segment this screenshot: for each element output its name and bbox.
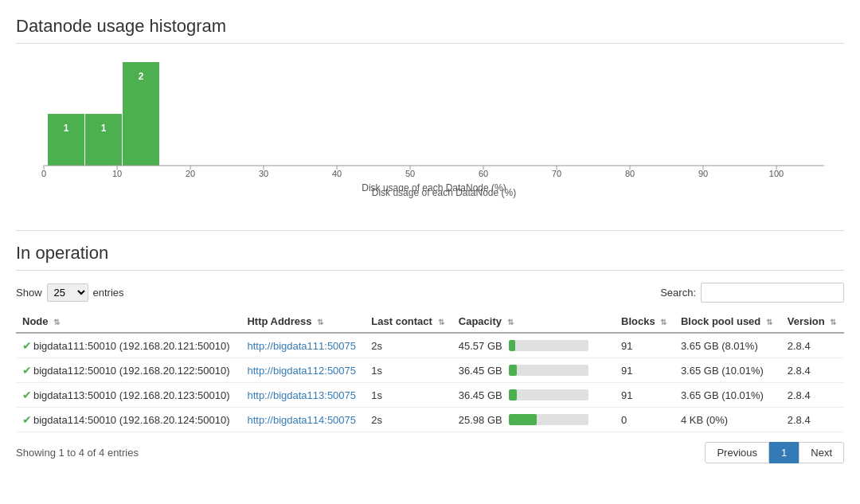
- col-block-pool-used[interactable]: Block pool used ⇅: [674, 311, 781, 333]
- x-tick-20: 20: [186, 169, 195, 178]
- show-entries-control: Show 25 10 50 100 entries: [16, 283, 124, 302]
- cell-node-3: ✔bigdata114:50010 (192.168.20.124:50010): [16, 408, 240, 432]
- capacity-bar-fill-3: [509, 414, 537, 425]
- entries-label: entries: [93, 287, 124, 299]
- http-link-3[interactable]: http://bigdata114:50075: [247, 414, 356, 426]
- in-operation-divider: [16, 270, 844, 271]
- table-row: ✔bigdata113:50010 (192.168.20.123:50010)…: [16, 383, 844, 408]
- cell-contact-2: 1s: [365, 383, 452, 408]
- capacity-cell-2: 36.45 GB: [459, 389, 608, 401]
- header-row: Node ⇅ Http Address ⇅ Last contact ⇅ Cap…: [16, 311, 844, 333]
- showing-info: Showing 1 to 4 of 4 entries: [16, 447, 139, 459]
- http-link-1[interactable]: http://bigdata112:50075: [247, 365, 356, 377]
- x-tick-40: 40: [332, 169, 342, 178]
- cell-version-2: 2.8.4: [781, 383, 844, 408]
- bar-2: [85, 114, 122, 166]
- cell-pool-2: 3.65 GB (10.01%): [674, 383, 781, 408]
- page-1-button[interactable]: 1: [769, 442, 799, 463]
- show-label: Show: [16, 287, 42, 299]
- cell-contact-0: 2s: [365, 333, 452, 358]
- x-tick-70: 70: [552, 169, 561, 178]
- capacity-cell-3: 25.98 GB: [459, 414, 608, 426]
- cell-pool-3: 4 KB (0%): [674, 408, 781, 432]
- col-capacity[interactable]: Capacity ⇅: [452, 311, 615, 333]
- x-tick-60: 60: [479, 169, 488, 178]
- datanode-table: Node ⇅ Http Address ⇅ Last contact ⇅ Cap…: [16, 311, 844, 432]
- sort-node-icon: ⇅: [53, 318, 60, 326]
- col-node[interactable]: Node ⇅: [16, 311, 240, 333]
- x-tick-30: 30: [259, 169, 268, 178]
- table-body: ✔bigdata111:50010 (192.168.20.121:50010)…: [16, 333, 844, 432]
- cell-version-1: 2.8.4: [781, 358, 844, 383]
- cell-capacity-1: 36.45 GB: [452, 358, 615, 383]
- histogram-chart: 1 1 2 0 10 20 30 40 50 60 70 80 90 100: [20, 56, 844, 198]
- cell-http-2: http://bigdata113:50075: [240, 383, 365, 408]
- sort-version-icon: ⇅: [830, 318, 836, 326]
- cell-version-3: 2.8.4: [781, 408, 844, 432]
- previous-button[interactable]: Previous: [705, 442, 769, 463]
- x-tick-10: 10: [112, 169, 122, 178]
- col-http-address[interactable]: Http Address ⇅: [240, 311, 365, 333]
- cell-node-1: ✔bigdata112:50010 (192.168.20.122:50010): [16, 358, 240, 383]
- bar-3-label: 2: [139, 71, 144, 82]
- x-tick-80: 80: [625, 169, 635, 178]
- http-link-0[interactable]: http://bigdata111:50075: [247, 340, 356, 352]
- col-version[interactable]: Version ⇅: [781, 311, 844, 333]
- capacity-bar-bg-3: [509, 414, 588, 425]
- bar-1-label: 1: [64, 123, 69, 134]
- table-row: ✔bigdata114:50010 (192.168.20.124:50010)…: [16, 408, 844, 432]
- table-header: Node ⇅ Http Address ⇅ Last contact ⇅ Cap…: [16, 311, 844, 333]
- capacity-text-3: 25.98 GB: [459, 414, 502, 426]
- bar-1: [48, 114, 84, 166]
- cell-blocks-0: 91: [615, 333, 674, 358]
- table-controls: Show 25 10 50 100 entries Search:: [16, 283, 844, 303]
- check-icon-0: ✔: [22, 339, 32, 352]
- entries-select[interactable]: 25 10 50 100: [47, 283, 88, 302]
- http-link-2[interactable]: http://bigdata113:50075: [247, 389, 356, 401]
- cell-blocks-1: 91: [615, 358, 674, 383]
- sort-http-icon: ⇅: [317, 318, 323, 326]
- cell-contact-1: 1s: [365, 358, 452, 383]
- cell-contact-3: 2s: [365, 408, 452, 432]
- check-icon-3: ✔: [22, 413, 32, 426]
- histogram-svg: 1 1 2 0 10 20 30 40 50 60 70 80 90 100: [20, 56, 832, 191]
- bar-2-label: 1: [101, 123, 107, 134]
- capacity-bar-bg-0: [509, 340, 588, 351]
- next-button[interactable]: Next: [799, 442, 844, 463]
- cell-pool-1: 3.65 GB (10.01%): [674, 358, 781, 383]
- cell-version-0: 2.8.4: [781, 333, 844, 358]
- cell-blocks-3: 0: [615, 408, 674, 432]
- in-operation-section: In operation Show 25 10 50 100 entries S…: [16, 243, 844, 463]
- search-box: Search:: [660, 283, 844, 303]
- capacity-text-1: 36.45 GB: [459, 365, 502, 377]
- x-tick-0: 0: [41, 169, 46, 178]
- search-label: Search:: [660, 287, 696, 299]
- col-last-contact[interactable]: Last contact ⇅: [365, 311, 452, 333]
- cell-node-0: ✔bigdata111:50010 (192.168.20.121:50010): [16, 333, 240, 358]
- col-blocks[interactable]: Blocks ⇅: [615, 311, 674, 333]
- capacity-bar-fill-0: [509, 340, 515, 351]
- table-row: ✔bigdata111:50010 (192.168.20.121:50010)…: [16, 333, 844, 358]
- capacity-bar-bg-2: [509, 389, 588, 400]
- cell-node-2: ✔bigdata113:50010 (192.168.20.123:50010): [16, 383, 240, 408]
- table-row: ✔bigdata112:50010 (192.168.20.122:50010)…: [16, 358, 844, 383]
- sort-contact-icon: ⇅: [438, 318, 444, 326]
- capacity-text-0: 45.57 GB: [459, 340, 502, 352]
- histogram-container: 1 1 2 0 10 20 30 40 50 60 70 80 90 100: [16, 56, 844, 206]
- check-icon-1: ✔: [22, 364, 32, 377]
- cell-http-3: http://bigdata114:50075: [240, 408, 365, 432]
- search-input[interactable]: [701, 283, 844, 303]
- histogram-divider: [16, 43, 844, 44]
- capacity-bar-fill-1: [509, 365, 517, 376]
- cell-pool-0: 3.65 GB (8.01%): [674, 333, 781, 358]
- cell-capacity-2: 36.45 GB: [452, 383, 615, 408]
- x-tick-90: 90: [698, 169, 708, 178]
- cell-http-1: http://bigdata112:50075: [240, 358, 365, 383]
- cell-capacity-3: 25.98 GB: [452, 408, 615, 432]
- cell-capacity-0: 45.57 GB: [452, 333, 615, 358]
- capacity-bar-fill-2: [509, 389, 517, 400]
- check-icon-2: ✔: [22, 389, 32, 401]
- capacity-text-2: 36.45 GB: [459, 389, 502, 401]
- capacity-bar-bg-1: [509, 365, 588, 376]
- in-operation-title: In operation: [16, 243, 844, 264]
